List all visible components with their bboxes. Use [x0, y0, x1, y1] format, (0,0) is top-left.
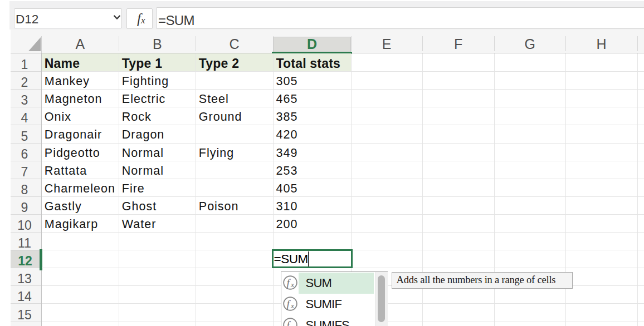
- svg-text:x: x: [290, 323, 294, 326]
- svg-text:x: x: [290, 302, 294, 310]
- svg-text:x: x: [290, 280, 294, 289]
